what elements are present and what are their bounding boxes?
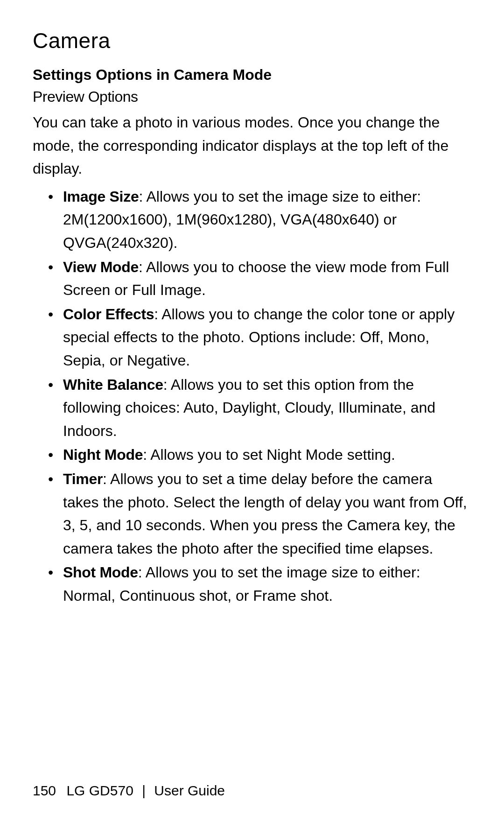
doc-type: User Guide — [154, 783, 225, 798]
footer-separator: | — [142, 783, 146, 798]
option-description: : Allows you to set Night Mode setting. — [143, 446, 395, 463]
option-name: Timer — [63, 471, 103, 487]
option-name: View Mode — [63, 259, 139, 275]
list-item: Night Mode: Allows you to set Night Mode… — [63, 443, 471, 467]
option-name: Image Size — [63, 188, 139, 205]
list-item: Timer: Allows you to set a time delay be… — [63, 468, 471, 560]
section-heading: Settings Options in Camera Mode — [33, 66, 471, 84]
options-list: Image Size: Allows you to set the image … — [33, 185, 471, 608]
list-item: Shot Mode: Allows you to set the image s… — [63, 561, 471, 607]
list-item: Color Effects: Allows you to change the … — [63, 303, 471, 372]
page-title: Camera — [33, 28, 471, 53]
option-name: Color Effects — [63, 306, 154, 323]
subsection-heading: Preview Options — [33, 88, 471, 105]
intro-paragraph: You can take a photo in various modes. O… — [33, 111, 471, 181]
list-item: View Mode: Allows you to choose the view… — [63, 256, 471, 302]
page-number: 150 — [33, 783, 56, 798]
option-name: Night Mode — [63, 446, 143, 463]
option-name: White Balance — [63, 376, 163, 393]
product-name: LG GD570 — [66, 783, 133, 798]
list-item: Image Size: Allows you to set the image … — [63, 185, 471, 255]
page-footer: 150 LG GD570 | User Guide — [33, 783, 225, 799]
option-description: : Allows you to set a time delay before … — [63, 471, 467, 557]
option-name: Shot Mode — [63, 564, 138, 581]
list-item: White Balance: Allows you to set this op… — [63, 373, 471, 443]
